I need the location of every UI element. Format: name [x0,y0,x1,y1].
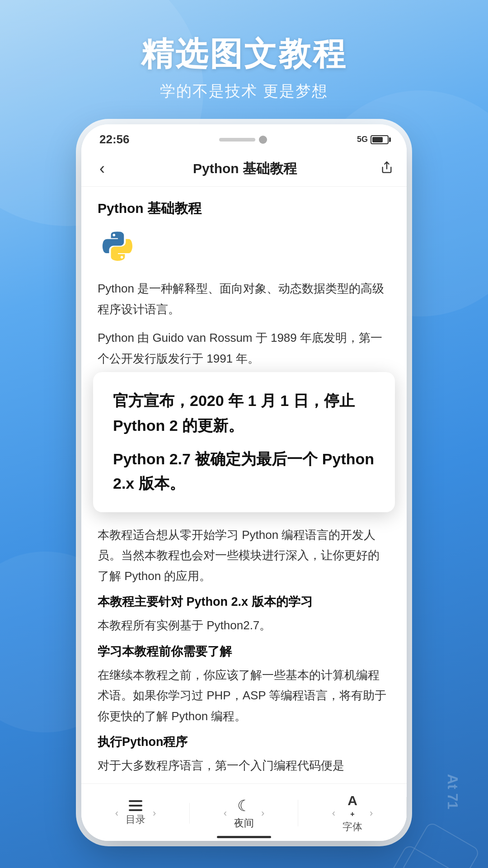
status-notch [219,136,267,144]
lower-para3: 在继续本教程之前，你应该了解一些基本的计算机编程术语。如果你学习过 PHP，AS… [98,665,390,727]
python-logo [98,229,138,269]
menu-label: 目录 [126,813,145,826]
lower-bold2: 学习本教程前你需要了解 [98,643,390,660]
back-button[interactable]: ‹ [95,157,109,180]
article-content: Python 基础教程 Python 是一种解释型、面向对象、动态数据类型的高级… [81,187,407,372]
header-section: 精选图文教程 学的不是技术 更是梦想 [0,0,488,120]
signal-icon: 5G [357,135,368,144]
prev-arrow-icon[interactable]: ‹ [115,807,118,819]
night-next-arrow[interactable]: › [261,807,264,819]
font-label: 字体 [343,820,362,834]
highlight-text1: 官方宣布，2020 年 1 月 1 日，停止 Python 2 的更新。 [113,388,375,438]
status-time: 22:56 [99,132,130,146]
status-bar: 22:56 5G [81,124,407,151]
toolbar-menu-section: ‹ 目录 › [81,800,190,826]
lower-para1: 本教程适合想从零开始学习 Python 编程语言的开发人员。当然本教程也会对一些… [98,525,390,587]
nav-title: Python 基础教程 [193,160,297,178]
menu-button[interactable]: 目录 [126,800,145,826]
highlight-text2: Python 2.7 被确定为最后一个 Python 2.x 版本。 [113,447,375,496]
battery-icon [371,135,389,144]
home-indicator [217,836,271,838]
upper-article: Python 基础教程 Python 是一种解释型、面向对象、动态数据类型的高级… [81,187,407,372]
nav-bar: ‹ Python 基础教程 [81,151,407,187]
lower-content: 本教程适合想从零开始学习 Python 编程语言的开发人员。当然本教程也会对一些… [81,512,407,776]
bottom-toolbar: ‹ 目录 › ‹ [81,783,407,841]
night-prev-arrow[interactable]: ‹ [224,807,227,819]
battery-fill [372,137,383,142]
notch-circle [259,136,267,144]
svg-rect-2 [129,805,142,807]
lower-bold1: 本教程主要针对 Python 2.x 版本的学习 [98,594,390,610]
lower-bold3: 执行Python程序 [98,734,390,750]
font-next-arrow[interactable]: › [370,807,373,819]
toolbar-font-section: ‹ A+ 字体 › [298,793,407,834]
share-button[interactable] [380,161,393,177]
phone-screen: Python 基础教程 Python 是一种解释型、面向对象、动态数据类型的高级… [81,187,407,841]
menu-icon [129,800,142,811]
article-para1: Python 是一种解释型、面向对象、动态数据类型的高级程序设计语言。 [98,278,390,320]
svg-rect-1 [129,800,142,802]
lower-para4: 对于大多数程序语言，第一个入门编程代码便是 [98,755,390,776]
article-para2: Python 由 Guido van Rossum 于 1989 年底发明，第一… [98,328,390,369]
night-button[interactable]: ☾ 夜间 [234,797,254,830]
article-title: Python 基础教程 [98,199,390,218]
font-icon: A+ [347,793,357,818]
night-icon: ☾ [237,797,251,815]
lower-para2: 本教程所有实例基于 Python2.7。 [98,615,390,636]
font-button[interactable]: A+ 字体 [343,793,362,834]
status-icons: 5G [357,135,389,144]
header-subtitle: 学的不是技术 更是梦想 [0,81,488,102]
toolbar-night-section: ‹ ☾ 夜间 › [190,797,298,830]
font-prev-arrow[interactable]: ‹ [332,807,335,819]
header-title: 精选图文教程 [0,36,488,72]
phone-wrapper: 22:56 5G ‹ Python 基础教程 [0,124,488,841]
notch-bar [219,138,255,142]
night-label: 夜间 [234,816,254,830]
svg-rect-3 [129,809,142,811]
phone-mockup: 22:56 5G ‹ Python 基础教程 [81,124,407,841]
next-arrow-icon[interactable]: › [153,807,156,819]
